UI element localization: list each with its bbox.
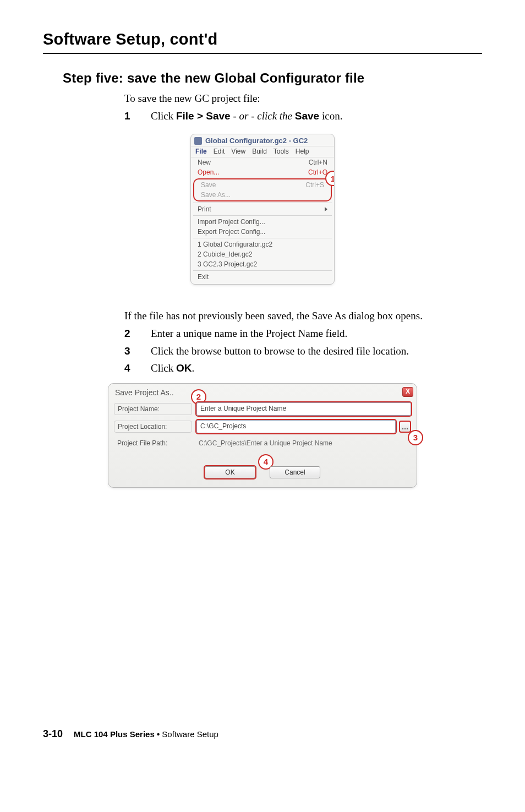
step-2-number: 2 (124, 326, 136, 341)
step-3-number: 3 (124, 344, 136, 358)
menu-separator (193, 238, 332, 238)
titlebar-text: Global Configurator.gc2 - GC2 (205, 137, 308, 145)
page-footer: 3-10 MLC 104 Plus Series • Software Setu… (43, 728, 218, 740)
step-2-text: Enter a unique name in the Project Name … (151, 326, 482, 341)
section-title-rule (43, 53, 482, 54)
menu-item-save[interactable]: Save Ctrl+S (194, 180, 331, 190)
app-window: Global Configurator.gc2 - GC2 File Edit … (190, 134, 335, 285)
step-4-number: 4 (124, 361, 136, 375)
row-project-location: Project Location: C:\GC_Projects (114, 418, 411, 435)
menu-item-recent-3[interactable]: 3 GC2.3 Project.gc2 (191, 259, 334, 269)
step-1-bold2: Save (295, 110, 319, 122)
page-number: 3-10 (43, 728, 63, 740)
step-1-number: 1 (124, 109, 136, 123)
menu-help[interactable]: Help (296, 148, 309, 155)
menu-build[interactable]: Build (252, 148, 267, 155)
project-location-input[interactable]: C:\GC_Projects (196, 420, 396, 433)
project-name-input[interactable]: Enter a Unique Project Name (196, 402, 411, 416)
footer-bold: MLC 104 Plus Series • (74, 729, 162, 739)
menu-item-print-label: Print (198, 205, 211, 213)
menu-edit[interactable]: Edit (214, 148, 225, 155)
menu-item-recent-2-label: 2 Cubicle_Ider.gc2 (198, 250, 252, 258)
step-4-suffix: . (192, 362, 194, 374)
label-project-path: Project File Path: (114, 438, 191, 449)
step-4-text: Click OK. (151, 361, 482, 375)
step-1-text: Click File > Save - or - click the Save … (151, 109, 482, 123)
menu-item-save-shortcut: Ctrl+S (305, 181, 324, 189)
after-menu-text: If the file has not previously been save… (124, 309, 482, 323)
step-3: 3 Click the browse button to browse to t… (124, 344, 482, 358)
menu-item-new-label: New (198, 159, 211, 166)
menu-item-recent-1[interactable]: 1 Global Configurator.gc2 (191, 239, 334, 249)
dialog-button-row: OK 4 Cancel (114, 466, 411, 478)
menu-item-exit-label: Exit (198, 273, 209, 281)
dot-icon (402, 428, 403, 429)
step-4-prefix: Click (151, 362, 176, 374)
browse-button[interactable] (399, 421, 411, 433)
file-menu-figure: Global Configurator.gc2 - GC2 File Edit … (43, 134, 482, 287)
menu-item-print[interactable]: Print (191, 204, 334, 214)
save-dialog-figure: X Save Project As.. 2 Project Name: Ente… (43, 383, 482, 488)
save-project-dialog: X Save Project As.. 2 Project Name: Ente… (108, 383, 417, 488)
step-1: 1 Click File > Save - or - click the Sav… (124, 109, 482, 123)
titlebar: Global Configurator.gc2 - GC2 (191, 134, 334, 146)
menu-item-recent-2[interactable]: 2 Cubicle_Ider.gc2 (191, 249, 334, 259)
app-icon (194, 137, 202, 145)
label-project-location: Project Location: (114, 421, 192, 433)
row-project-name: Project Name: Enter a Unique Project Nam… (114, 400, 411, 418)
menu-item-new[interactable]: New Ctrl+N (191, 157, 334, 167)
step-1-suffix: icon. (319, 110, 342, 122)
menu-item-export[interactable]: Export Project Config... (191, 227, 334, 237)
menu-item-recent-1-label: 1 Global Configurator.gc2 (198, 241, 272, 248)
step-4: 4 Click OK. (124, 361, 482, 375)
label-project-name: Project Name: (114, 403, 192, 415)
menu-item-import[interactable]: Import Project Config... (191, 217, 334, 227)
step-1-mid: - or - click the (231, 110, 295, 122)
project-file-path-text: C:\GC_Projects\Enter a Unique Project Na… (195, 438, 411, 449)
ok-button[interactable]: OK (205, 466, 255, 478)
menu-view[interactable]: View (231, 148, 245, 155)
menu-item-import-label: Import Project Config... (198, 218, 265, 226)
menu-separator (193, 215, 332, 216)
submenu-caret-icon (321, 205, 327, 213)
cancel-button[interactable]: Cancel (270, 466, 320, 478)
menu-item-new-shortcut: Ctrl+N (309, 159, 327, 166)
menu-item-export-label: Export Project Config... (198, 228, 265, 236)
intro-text: To save the new GC project file: (124, 91, 482, 106)
save-highlight: 1 Save Ctrl+S Save As... (193, 178, 332, 201)
step-2: 2 Enter a unique name in the Project Nam… (124, 326, 482, 341)
menu-item-recent-3-label: 3 GC2.3 Project.gc2 (198, 260, 257, 268)
footer-text: MLC 104 Plus Series • Software Setup (74, 729, 218, 739)
step-1-prefix: Click (151, 110, 176, 122)
file-menu-dropdown: New Ctrl+N Open... Ctrl+O 1 Save Ctrl+S … (191, 157, 334, 284)
step-4-bold: OK (176, 362, 192, 374)
dialog-close-button[interactable]: X (402, 387, 413, 397)
menu-item-open-shortcut: Ctrl+O (308, 168, 327, 176)
footer-light: Software Setup (162, 729, 218, 739)
menu-item-open-label: Open... (198, 168, 219, 176)
menu-item-saveas-label: Save As... (201, 191, 231, 199)
menu-item-save-label: Save (201, 181, 216, 189)
row-project-path: Project File Path: C:\GC_Projects\Enter … (114, 435, 411, 451)
dialog-title: Save Project As.. (114, 387, 411, 400)
step-1-bold1: File > Save (176, 110, 231, 122)
menu-bar: File Edit View Build Tools Help (191, 146, 334, 157)
menu-item-exit[interactable]: Exit (191, 272, 334, 282)
step-title: Step five: save the new Global Configura… (63, 70, 482, 86)
dot-icon (404, 428, 406, 429)
dot-icon (407, 428, 408, 429)
section-title: Software Setup, cont'd (43, 30, 482, 48)
menu-separator (193, 203, 332, 203)
menu-file[interactable]: File (195, 148, 207, 155)
menu-item-open[interactable]: Open... Ctrl+O (191, 167, 334, 177)
menu-item-saveas[interactable]: Save As... (194, 190, 331, 200)
callout-3: 3 (408, 430, 423, 445)
step-3-text: Click the browse button to browse to the… (151, 344, 482, 358)
menu-tools[interactable]: Tools (274, 148, 289, 155)
menu-separator (193, 270, 332, 271)
